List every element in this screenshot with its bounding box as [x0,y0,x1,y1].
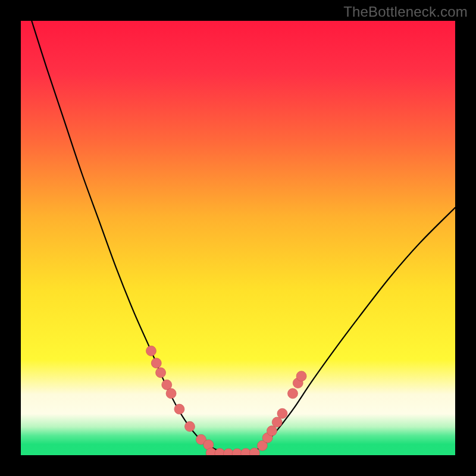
data-dot [156,368,166,378]
data-dot [267,426,277,436]
data-dot [151,358,161,368]
data-dot [287,389,298,399]
dots-group [146,346,307,455]
data-dot [241,449,251,455]
outer-frame: TheBottleneck.com [0,0,476,476]
data-dot [184,421,195,431]
data-dot [166,389,176,399]
left-curve [32,21,223,452]
data-dot [296,371,306,381]
curve-group [32,21,455,452]
data-dot [277,408,287,418]
plot-area [21,21,455,455]
data-dot [174,404,184,414]
chart-svg [21,21,455,455]
data-dot [272,417,282,427]
watermark-text: TheBottleneck.com [343,4,468,20]
data-dot [146,346,156,356]
